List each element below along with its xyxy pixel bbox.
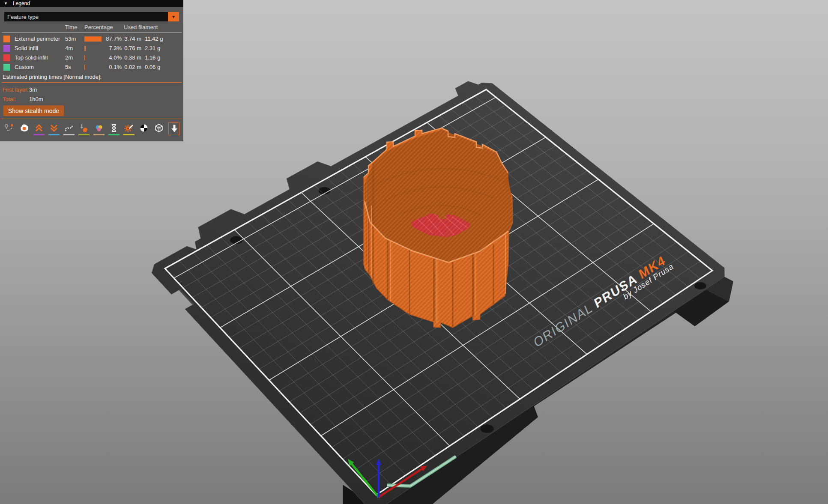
legend-icon <box>169 123 179 134</box>
toolbar-icon-center-of-gravity[interactable] <box>138 122 149 135</box>
percentage-bar <box>84 65 85 70</box>
feature-rows: External perimeter53m87.7%3.74 m11.42 gS… <box>0 34 183 72</box>
feature-time: 4m <box>65 45 73 51</box>
feature-filament-length: 0.02 m <box>123 64 141 70</box>
deretractions-underline <box>48 134 60 135</box>
tool-changes-icon <box>79 123 89 133</box>
custom-gcodes-underline <box>123 134 135 135</box>
toolbar-icon-custom-gcodes[interactable] <box>123 122 135 135</box>
toolbar-icon-deretractions[interactable] <box>48 122 60 135</box>
separator-orange-1 <box>2 82 182 83</box>
feature-row: External perimeter53m87.7%3.74 m11.42 g <box>0 34 183 44</box>
column-percentage: Percentage <box>84 24 113 30</box>
print-object[interactable] <box>364 128 513 328</box>
pause-prints-underline <box>108 134 120 135</box>
tool-changes-underline <box>78 134 90 135</box>
legend-panel: ▼ Legend Feature type ▼ Time Percentage … <box>0 0 183 141</box>
view-type-value: Feature type <box>4 14 168 20</box>
legend-column-headers: Time Percentage Used filament <box>0 24 183 31</box>
preview-options-toolbar <box>3 122 179 135</box>
feature-label: Top solid infill <box>15 54 48 61</box>
first-layer-row: First layer: 3m <box>3 86 29 94</box>
feature-label: External perimeter <box>15 36 60 42</box>
feature-color-swatch <box>3 45 10 52</box>
seams-underline <box>63 134 75 135</box>
feature-time: 53m <box>65 36 76 42</box>
feature-filament-weight: 11.42 g <box>145 36 163 42</box>
feature-label: Solid infill <box>15 45 38 51</box>
feature-filament-length: 0.76 m <box>123 45 141 51</box>
feature-time: 2m <box>65 54 73 61</box>
wipe-icon <box>19 123 29 133</box>
percentage-bar <box>84 46 86 51</box>
feature-filament-length: 0.38 m <box>123 54 141 61</box>
show-stealth-mode-button[interactable]: Show stealth mode <box>3 105 64 116</box>
first-layer-label: First layer: <box>3 86 29 93</box>
legend-titlebar[interactable]: ▼ Legend <box>0 0 183 7</box>
legend-title: Legend <box>13 0 30 6</box>
first-layer-value: 3m <box>29 86 37 93</box>
color-changes-underline <box>93 134 105 135</box>
total-time-row: Total: 1h0m <box>3 96 16 104</box>
toolbar-icon-shells[interactable] <box>153 122 164 135</box>
feature-filament-weight: 0.06 g <box>145 64 160 70</box>
shells-icon <box>154 123 164 133</box>
feature-color-swatch <box>3 54 10 61</box>
collapse-icon[interactable]: ▼ <box>4 2 8 6</box>
toolbar-icon-travels[interactable] <box>3 122 15 135</box>
feature-row: Custom5s0.1%0.02 m0.06 g <box>0 63 183 72</box>
feature-percentage: 0.1% <box>98 64 122 70</box>
toolbar-icon-legend[interactable] <box>168 122 179 135</box>
view-type-dropdown[interactable]: Feature type ▼ <box>4 12 179 21</box>
feature-label: Custom <box>15 64 34 70</box>
feature-percentage: 4.0% <box>98 54 122 61</box>
center-of-gravity-icon <box>139 123 149 133</box>
pause-prints-icon <box>109 123 119 133</box>
prusaslicer-preview-window: { "legend": { "title": "Legend", "collap… <box>0 0 828 504</box>
color-changes-icon <box>94 123 104 133</box>
feature-percentage: 87.7% <box>98 36 122 42</box>
dropdown-arrow-icon[interactable]: ▼ <box>168 12 179 21</box>
percentage-bar <box>84 55 85 60</box>
feature-color-swatch <box>3 36 10 42</box>
retractions-icon <box>34 123 44 133</box>
deretractions-icon <box>49 123 59 133</box>
feature-row: Top solid infill2m4.0%0.38 m1.16 g <box>0 53 183 63</box>
estimated-times-title: Estimated printing times [Normal mode]: <box>3 74 102 80</box>
total-value: 1h0m <box>29 96 43 102</box>
travels-icon <box>4 123 14 133</box>
separator-orange-2 <box>2 119 182 119</box>
feature-color-swatch <box>3 64 10 71</box>
toolbar-icon-retractions[interactable] <box>33 122 45 135</box>
feature-row: Solid infill4m7.3%0.76 m2.31 g <box>0 44 183 53</box>
seams-icon <box>64 123 74 133</box>
feature-filament-weight: 2.31 g <box>145 45 160 51</box>
column-used-filament: Used filament <box>124 24 158 30</box>
toolbar-icon-seams[interactable] <box>63 122 75 135</box>
custom-gcodes-icon <box>124 123 134 133</box>
feature-percentage: 7.3% <box>98 45 122 51</box>
toolbar-icon-pause-prints[interactable] <box>108 122 120 135</box>
retractions-underline <box>33 134 45 135</box>
toolbar-icon-wipe[interactable] <box>18 122 30 135</box>
feature-filament-weight: 1.16 g <box>145 54 160 61</box>
column-time: Time <box>65 24 77 30</box>
feature-filament-length: 3.74 m <box>123 36 141 42</box>
header-separator <box>2 33 182 33</box>
total-label: Total: <box>3 96 16 102</box>
toolbar-icon-color-changes[interactable] <box>93 122 105 135</box>
feature-time: 5s <box>65 64 71 70</box>
toolbar-icon-tool-changes[interactable] <box>78 122 90 135</box>
